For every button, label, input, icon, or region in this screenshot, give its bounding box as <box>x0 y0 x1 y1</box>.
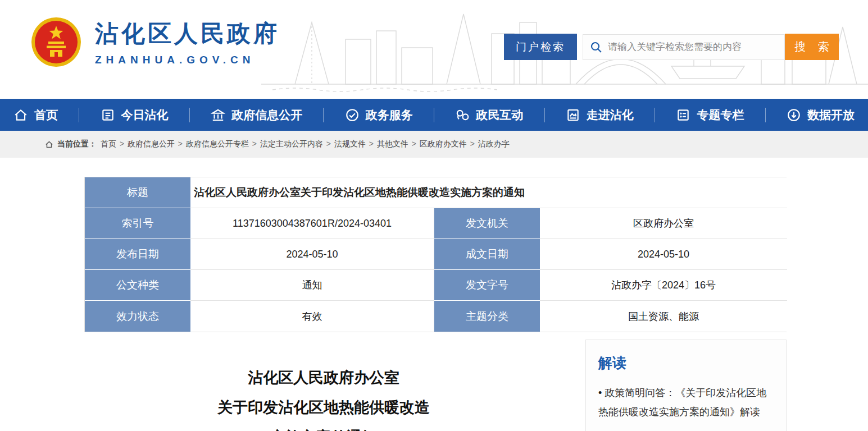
interpretation-box: 解读 政策简明问答：《关于印发沾化区地热能供暖改造实施方案的通知》解读 <box>585 340 787 431</box>
meta-value-doc-type: 通知 <box>190 270 434 301</box>
search-submit-button[interactable]: 搜 索 <box>785 34 839 60</box>
nav-item-home[interactable]: 首页 <box>13 107 58 123</box>
nav-item-today[interactable]: 今日沾化 <box>101 107 169 123</box>
meta-value-subject-category: 国土资源、能源 <box>540 301 787 332</box>
download-icon <box>787 108 801 122</box>
main-content: 标题 沾化区人民政府办公室关于印发沾化区地热能供暖改造实施方案的通知 索引号 1… <box>0 158 868 431</box>
meta-value-written-date: 2024-05-10 <box>540 239 787 270</box>
meta-value-doc-number: 沾政办字〔2024〕16号 <box>540 270 787 301</box>
page: 沾化区人民政府 ZHANHUA.GOV.CN 门户检索 搜 索 首页 <box>0 0 868 431</box>
nav-item-topics[interactable]: 专题专栏 <box>676 107 744 123</box>
meta-label-doc-number: 发文字号 <box>434 270 540 301</box>
document-title: 沾化区人民政府办公室 关于印发沾化区地热能供暖改造 实施方案的通知 <box>84 363 585 431</box>
nav-item-label: 数据开放 <box>807 107 855 123</box>
meta-label-index-number: 索引号 <box>85 208 190 239</box>
search-area: 门户检索 搜 索 <box>504 34 839 60</box>
nav-item-about[interactable]: 走进沾化 <box>566 107 634 123</box>
nav-item-label: 政民互动 <box>476 107 523 123</box>
meta-value-index-number: 11371603004387601R/2024-03401 <box>190 208 434 239</box>
nav-item-services[interactable]: 政务服务 <box>345 107 413 123</box>
meta-value-issuing-agency: 区政府办公室 <box>540 208 787 239</box>
location-home-icon <box>45 140 53 149</box>
news-icon <box>101 108 115 122</box>
breadcrumb-item[interactable]: 政府信息公开 <box>128 139 186 148</box>
nav-divider <box>79 108 79 122</box>
document-title-line: 沾化区人民政府办公室 <box>84 363 563 393</box>
meta-value-title: 沾化区人民政府办公室关于印发沾化区地热能供暖改造实施方案的通知 <box>190 177 787 208</box>
brand-block: 沾化区人民政府 ZHANHUA.GOV.CN <box>31 17 280 67</box>
breadcrumb: 当前位置： 首页政府信息公开政府信息公开专栏法定主动公开内容法规文件其他文件区政… <box>0 131 868 158</box>
meta-value-publish-date: 2024-05-10 <box>190 239 434 270</box>
meta-label-publish-date: 发布日期 <box>85 239 190 270</box>
nav-divider <box>189 108 190 122</box>
document-meta-table: 标题 沾化区人民政府办公室关于印发沾化区地热能供暖改造实施方案的通知 索引号 1… <box>84 177 787 332</box>
home-icon <box>13 108 28 122</box>
bank-icon <box>211 108 225 122</box>
nav-item-label: 首页 <box>34 107 58 123</box>
search-input[interactable] <box>608 42 778 53</box>
national-emblem-logo <box>31 17 81 67</box>
list-icon <box>676 108 690 122</box>
walkin-icon <box>566 108 580 122</box>
breadcrumb-item[interactable]: 政府信息公开专栏 <box>186 139 260 148</box>
breadcrumb-prefix: 当前位置： <box>57 139 97 149</box>
site-header: 沾化区人民政府 ZHANHUA.GOV.CN 门户检索 搜 索 <box>0 0 868 99</box>
main-nav: 首页 今日沾化 政府信息公开 政务服务 <box>0 99 868 131</box>
interpretation-link[interactable]: 政策简明问答：《关于印发沾化区地热能供暖改造实施方案的通知》解读 <box>598 383 774 421</box>
meta-label-doc-type: 公文种类 <box>85 270 190 301</box>
nav-divider <box>323 108 324 122</box>
nav-item-label: 今日沾化 <box>121 107 169 123</box>
meta-label-subject-category: 主题分类 <box>434 301 540 332</box>
breadcrumb-item[interactable]: 区政府办文件 <box>420 139 478 148</box>
nav-divider <box>544 108 545 122</box>
nav-item-label: 专题专栏 <box>697 107 744 123</box>
meta-label-written-date: 成文日期 <box>434 239 540 270</box>
chat-icon <box>455 108 470 122</box>
document-title-line: 关于印发沾化区地热能供暖改造 <box>84 393 563 423</box>
nav-item-open-data[interactable]: 数据开放 <box>787 107 855 123</box>
search-icon <box>590 41 602 53</box>
meta-label-title: 标题 <box>85 177 190 208</box>
meta-label-issuing-agency: 发文机关 <box>434 208 540 239</box>
nav-item-label: 走进沾化 <box>587 107 634 123</box>
breadcrumb-item[interactable]: 法定主动公开内容 <box>260 139 334 148</box>
nav-item-label: 政务服务 <box>366 107 413 123</box>
interpretation-heading: 解读 <box>598 354 774 372</box>
document-title-line: 实施方案的通知 <box>84 423 563 431</box>
portal-search-button[interactable]: 门户检索 <box>504 34 577 60</box>
breadcrumb-item[interactable]: 法规文件 <box>334 139 377 148</box>
meta-label-validity: 效力状态 <box>85 301 190 332</box>
breadcrumb-item[interactable]: 沾政办字 <box>478 139 510 148</box>
nav-item-label: 政府信息公开 <box>231 107 302 123</box>
meta-value-validity: 有效 <box>190 301 434 332</box>
breadcrumb-item[interactable]: 首页 <box>101 139 128 148</box>
service-icon <box>345 108 360 122</box>
search-box <box>583 34 785 60</box>
nav-item-interaction[interactable]: 政民互动 <box>455 107 523 123</box>
content-row: 沾化区人民政府办公室 关于印发沾化区地热能供暖改造 实施方案的通知 解读 政策简… <box>84 340 787 431</box>
site-name: 沾化区人民政府 <box>95 18 280 49</box>
brand-text: 沾化区人民政府 ZHANHUA.GOV.CN <box>95 18 280 66</box>
nav-divider <box>765 108 766 122</box>
nav-item-gov-info[interactable]: 政府信息公开 <box>211 107 302 123</box>
site-domain: ZHANHUA.GOV.CN <box>95 54 280 66</box>
nav-divider <box>434 108 434 122</box>
breadcrumb-item[interactable]: 其他文件 <box>377 139 420 148</box>
nav-divider <box>655 108 655 122</box>
